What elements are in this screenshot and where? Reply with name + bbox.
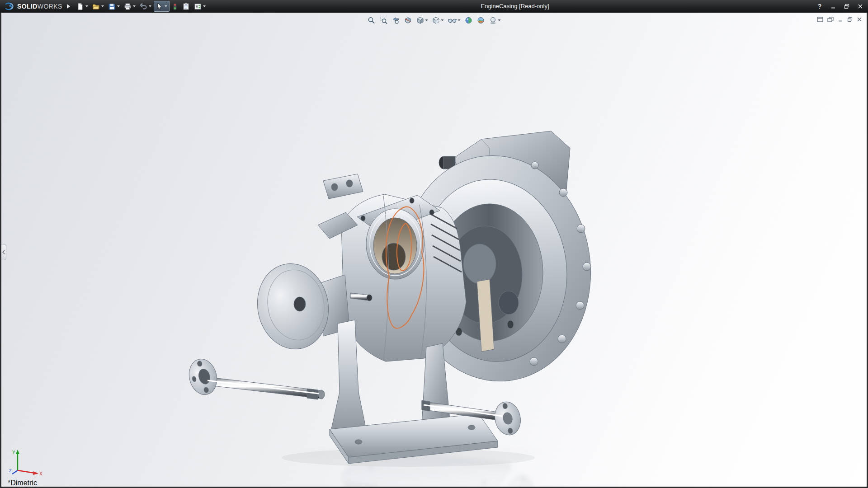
select-cursor-icon xyxy=(156,3,163,10)
options-dropdown-arrow[interactable] xyxy=(203,5,206,7)
document-restore-button[interactable] xyxy=(847,17,853,22)
brand-text: SOLIDWORKS xyxy=(17,3,62,10)
rebuild-button[interactable] xyxy=(170,1,180,12)
document-minimize-button[interactable] xyxy=(838,17,843,22)
triad-x-label: X xyxy=(39,471,42,476)
view-orientation-dropdown-arrow[interactable] xyxy=(425,19,428,21)
zoom-to-fit-icon xyxy=(368,16,376,24)
view-settings-dropdown-arrow[interactable] xyxy=(498,19,501,21)
chevron-left-icon xyxy=(2,250,5,254)
cascade-windows-icon xyxy=(827,17,834,22)
undo-button[interactable] xyxy=(138,1,153,12)
feature-tree-collapse-tab[interactable] xyxy=(1,244,6,260)
restore-button[interactable] xyxy=(842,2,852,11)
save-button[interactable] xyxy=(106,1,122,12)
document-new-window-button[interactable] xyxy=(817,17,823,22)
document-cascade-button[interactable] xyxy=(827,17,834,22)
triad-z-label: Z xyxy=(9,469,12,473)
print-button[interactable] xyxy=(122,1,137,12)
brand-solid: SOLID xyxy=(17,3,38,10)
document-title: EngineCasing [Read-only] xyxy=(481,0,549,13)
edit-appearance-sphere-icon xyxy=(465,16,473,24)
document-close-button[interactable] xyxy=(857,17,862,22)
help-button[interactable]: ? xyxy=(815,2,825,11)
document-close-icon xyxy=(857,17,862,22)
close-button[interactable] xyxy=(855,2,865,11)
hide-show-glasses-icon xyxy=(448,16,457,24)
display-style-dropdown-arrow[interactable] xyxy=(441,19,444,21)
view-orientation-cube-icon xyxy=(416,16,425,24)
heads-up-view-toolbar xyxy=(367,16,501,25)
apply-scene-button[interactable] xyxy=(476,16,486,25)
select-button[interactable] xyxy=(154,1,170,12)
options-button[interactable] xyxy=(192,1,208,12)
rebuild-traffic-light-icon xyxy=(172,3,178,10)
dassault-3ds-logo xyxy=(5,2,14,10)
view-orientation-button[interactable] xyxy=(416,16,429,25)
reference-triad: Y X Z xyxy=(9,447,44,476)
engine-casing-model[interactable] xyxy=(1,13,867,487)
previous-view-icon xyxy=(392,16,400,24)
printer-icon xyxy=(124,3,132,10)
brand: SOLIDWORKS xyxy=(0,0,66,13)
file-properties-button[interactable] xyxy=(180,1,192,12)
open-dropdown-arrow[interactable] xyxy=(101,5,104,7)
undo-dropdown-arrow[interactable] xyxy=(149,5,151,7)
display-style-button[interactable] xyxy=(432,16,444,25)
window-controls: ? xyxy=(815,0,865,13)
hide-show-dropdown-arrow[interactable] xyxy=(458,19,461,21)
title-bar: SOLIDWORKS xyxy=(0,0,868,13)
save-floppy-icon xyxy=(108,3,116,10)
new-document-icon xyxy=(76,3,84,10)
standard-toolbar xyxy=(75,1,208,12)
brand-works: WORKS xyxy=(38,3,62,10)
document-minimize-icon xyxy=(838,17,843,22)
undo-arrow-icon xyxy=(140,3,147,10)
section-view-button[interactable] xyxy=(404,16,413,25)
previous-view-button[interactable] xyxy=(392,16,401,25)
new-button[interactable] xyxy=(75,1,90,12)
open-folder-icon xyxy=(92,3,100,10)
new-window-icon xyxy=(817,17,823,22)
solidworks-window: SOLIDWORKS xyxy=(0,0,868,488)
triad-y-label: Y xyxy=(12,450,15,455)
file-properties-icon xyxy=(182,3,190,10)
document-window-controls xyxy=(817,17,862,22)
open-button[interactable] xyxy=(90,1,106,12)
document-restore-icon xyxy=(847,17,853,22)
edit-appearance-button[interactable] xyxy=(464,16,473,25)
display-style-icon xyxy=(432,16,440,24)
print-dropdown-arrow[interactable] xyxy=(133,5,136,7)
zoom-to-fit-button[interactable] xyxy=(367,16,376,25)
zoom-to-area-icon xyxy=(380,16,388,24)
zoom-to-area-button[interactable] xyxy=(379,16,388,25)
section-view-icon xyxy=(404,16,412,24)
restore-icon xyxy=(844,4,849,9)
new-dropdown-arrow[interactable] xyxy=(85,5,88,7)
options-icon xyxy=(194,3,202,10)
hide-show-items-button[interactable] xyxy=(448,16,461,25)
view-orientation-label: *Dimetric xyxy=(8,479,37,487)
minimize-button[interactable] xyxy=(828,2,838,11)
close-icon xyxy=(858,4,863,9)
select-dropdown-arrow[interactable] xyxy=(165,5,167,7)
view-settings-button[interactable] xyxy=(489,16,501,25)
save-dropdown-arrow[interactable] xyxy=(117,5,120,7)
apply-scene-icon xyxy=(477,16,485,24)
minimize-icon xyxy=(830,4,836,9)
menu-expand-arrow-icon[interactable] xyxy=(67,4,70,9)
graphics-area[interactable]: Y X Z *Dimetric xyxy=(1,13,867,487)
view-settings-icon xyxy=(489,16,497,24)
